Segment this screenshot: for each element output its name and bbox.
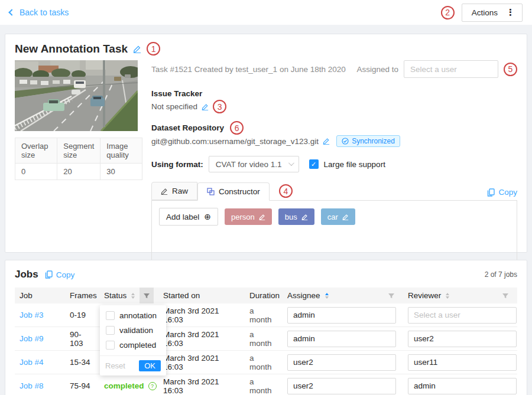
copy-labels-link[interactable]: Copy [487, 188, 517, 197]
edit-label-bus-icon[interactable] [301, 214, 308, 220]
add-label-button[interactable]: Add label ⊕ [159, 208, 218, 226]
large-file-support-label: Large file support [324, 160, 385, 169]
col-status: Status [104, 291, 126, 300]
filter-option-validation[interactable]: validation [100, 323, 166, 338]
filter-option-completed[interactable]: completed [100, 338, 166, 352]
filter-ok-button[interactable]: OK [139, 360, 161, 371]
copy-labels-label: Copy [498, 188, 517, 197]
job-assignee-input[interactable] [287, 354, 396, 371]
filter-option-completed-label: completed [119, 341, 156, 350]
job-started: March 3rd 2021 16:03 [158, 377, 245, 395]
label-badge-person[interactable]: person [225, 208, 272, 225]
label-bus-name: bus [285, 213, 297, 221]
filter-option-validation-label: validation [119, 326, 153, 335]
actions-button[interactable]: Actions ⋮ [462, 4, 523, 22]
large-file-checkbox[interactable]: ✓ [309, 159, 319, 169]
tab-constructor[interactable]: Constructor [197, 182, 270, 201]
job-started: March 3rd 2021 16:03 [158, 330, 245, 348]
copy-jobs-link[interactable]: Copy [45, 270, 75, 279]
job-duration: a month [245, 377, 283, 395]
dataset-repository-label: Dataset Repository [151, 123, 224, 132]
annotation-circle-5: 5 [504, 63, 517, 76]
job-link[interactable]: Job #9 [20, 334, 44, 343]
copy-icon [487, 188, 495, 197]
annotation-checkbox[interactable] [106, 311, 115, 320]
top-bar: Back to tasks 2 Actions ⋮ [0, 0, 532, 25]
job-started: March 3rd 2021 16:03 [158, 306, 245, 324]
assignee-filter-icon[interactable] [384, 288, 398, 303]
constructor-block-icon [207, 188, 215, 195]
jobs-table: Job Frames Status Started on Duration As… [15, 288, 517, 395]
job-row: Job #8 75-94 completed ? March 3rd 2021 … [15, 374, 517, 395]
chevron-down-icon [288, 160, 294, 166]
format-select[interactable]: CVAT for video 1.1 [209, 156, 299, 172]
job-assignee-input[interactable] [287, 331, 396, 347]
job-reviewer-input[interactable] [408, 354, 517, 371]
job-reviewer-input[interactable] [408, 331, 517, 347]
sync-status-label: Synchronized [352, 137, 395, 145]
col-frames: Frames [70, 291, 97, 300]
annotation-circle-3: 3 [213, 100, 226, 113]
col-reviewer: Reviewer [408, 291, 441, 300]
job-row: Job #9 90-103 March 3rd 2021 16:03 a mon… [15, 327, 517, 351]
job-reviewer-input[interactable] [408, 307, 517, 324]
jobs-count: 2 of 7 jobs [485, 270, 517, 279]
task-title: New Annotation Task [15, 43, 128, 56]
jobs-title: Jobs [15, 269, 38, 280]
job-link[interactable]: Job #3 [20, 311, 44, 319]
reviewer-filter-icon[interactable] [498, 288, 512, 303]
job-frames: 0-19 [65, 311, 99, 319]
more-icon: ⋮ [506, 7, 515, 18]
completed-checkbox[interactable] [106, 341, 115, 350]
raw-tab-pencil-icon [161, 188, 168, 195]
edit-repository-icon[interactable] [323, 138, 330, 145]
job-link[interactable]: Job #8 [20, 381, 44, 390]
job-link[interactable]: Job #4 [20, 358, 44, 367]
tab-raw[interactable]: Raw [151, 182, 197, 200]
job-assignee-input[interactable] [287, 307, 396, 324]
annotation-circle-2: 2 [441, 6, 455, 19]
edit-issue-tracker-icon[interactable] [202, 103, 209, 110]
filter-option-annotation[interactable]: annotation [100, 308, 166, 323]
param-value-overlap: 0 [15, 164, 57, 180]
edit-title-icon[interactable] [133, 45, 141, 53]
format-selected-value: CVAT for video 1.1 [216, 160, 282, 169]
param-value-quality: 30 [100, 164, 142, 180]
annotation-circle-6: 6 [230, 121, 244, 135]
label-badge-car[interactable]: car [321, 208, 355, 225]
job-assignee-input[interactable] [287, 378, 396, 394]
job-duration: a month [245, 354, 283, 371]
copy-jobs-label: Copy [56, 270, 75, 279]
task-parameters-table: Overlap size Segment size Image quality … [15, 138, 142, 180]
filter-reset-button[interactable]: Reset [105, 361, 125, 370]
back-to-tasks-link[interactable]: Back to tasks [9, 8, 69, 17]
tab-raw-label: Raw [172, 187, 188, 195]
validation-checkbox[interactable] [106, 326, 115, 335]
job-frames: 75-94 [65, 381, 99, 390]
question-circle-icon: ? [148, 382, 157, 390]
reviewer-sort-icon[interactable] [446, 293, 449, 299]
using-format-label: Using format: [151, 160, 203, 169]
jobs-card: Jobs Copy 2 of 7 jobs Job Frames Status … [5, 260, 527, 395]
check-circle-icon [342, 138, 349, 145]
edit-label-car-icon[interactable] [342, 214, 349, 220]
copy-icon [45, 270, 53, 279]
status-filter-icon[interactable] [140, 288, 154, 303]
assignee-sort-icon[interactable] [325, 293, 329, 299]
job-reviewer-input[interactable] [408, 378, 517, 394]
road-scene-illustration [15, 60, 138, 131]
col-started-on: Started on [163, 291, 200, 300]
repository-url: git@github.com:username/git_storage_v123… [151, 137, 319, 146]
param-header-quality: Image quality [100, 138, 142, 164]
job-started: March 3rd 2021 16:03 [158, 354, 245, 371]
label-constructor-panel: Add label ⊕ person bus car [151, 200, 517, 266]
label-badge-bus[interactable]: bus [278, 208, 314, 225]
task-assignee-input[interactable] [404, 60, 498, 78]
job-status-completed: completed ? [104, 381, 157, 390]
tab-constructor-label: Constructor [219, 187, 260, 196]
edit-label-person-icon[interactable] [259, 214, 265, 220]
status-sort-icon[interactable] [131, 293, 135, 299]
label-car-name: car [327, 213, 338, 221]
job-frames: 15-34 [65, 358, 99, 367]
job-row: Job #3 0-19 March 3rd 2021 16:03 a month [15, 303, 517, 327]
